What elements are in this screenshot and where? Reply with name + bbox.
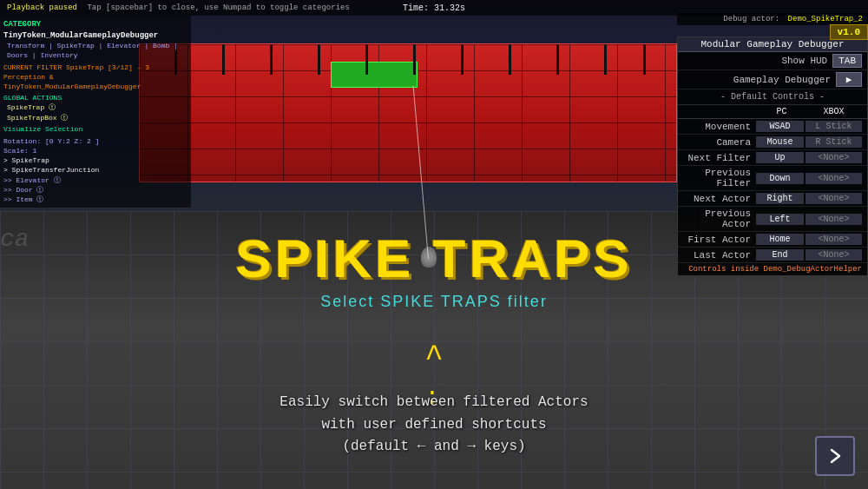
gameplay-debugger-row: Gameplay Debugger ▶ bbox=[678, 70, 867, 89]
control-row: MovementWSADL Stick bbox=[678, 119, 867, 135]
col-pc-header: PC bbox=[758, 107, 806, 116]
global-action-1: SpikeTrap ⓣ bbox=[3, 102, 187, 112]
arrow-right-icon bbox=[825, 446, 845, 466]
show-hud-key: TAB bbox=[832, 54, 862, 68]
player-character bbox=[421, 247, 437, 268]
show-hud-row: Show HUD TAB bbox=[678, 52, 867, 70]
control-xbox-key: L Stick bbox=[806, 121, 862, 132]
control-row: Previous ActorLeft<None> bbox=[678, 207, 867, 232]
control-row: First ActorHome<None> bbox=[678, 232, 867, 248]
default-controls-title: - Default Controls - bbox=[678, 89, 867, 105]
visualize-label: Visualize Selection bbox=[3, 124, 187, 134]
control-action-label: Last Actor bbox=[683, 250, 756, 261]
debug-details: Rotation: [0 Y:2 Z: 2 ] Scale: 1 > Spike… bbox=[3, 136, 187, 204]
control-pc-key: Mouse bbox=[756, 136, 804, 148]
col-xbox-header: XBOX bbox=[806, 107, 862, 116]
control-action-label: Camera bbox=[683, 137, 756, 148]
spike-bar bbox=[643, 44, 646, 75]
controls-list: MovementWSADL StickCameraMouseR StickNex… bbox=[678, 119, 867, 263]
control-action-label: Previous Actor bbox=[683, 208, 756, 229]
control-row: Next FilterUp<None> bbox=[678, 150, 867, 166]
version-badge: v1.0 bbox=[830, 24, 868, 40]
select-filter-text: Select SPIKE TRAPS filter bbox=[0, 293, 868, 311]
control-pc-key: Home bbox=[756, 234, 804, 245]
control-pc-key: Up bbox=[756, 152, 804, 163]
gameplay-debugger-label: Gameplay Debugger bbox=[683, 75, 836, 85]
spike-bar bbox=[604, 44, 607, 75]
global-actions-label: GLOBAL ACTIONS bbox=[3, 93, 187, 102]
spike-bar bbox=[509, 44, 511, 75]
spike-bar bbox=[556, 44, 559, 75]
spike-bar bbox=[222, 44, 225, 75]
spike-bar bbox=[318, 44, 320, 75]
spike-bar bbox=[365, 44, 368, 75]
bottom-info-line-3: (default ← and → keys) bbox=[0, 436, 868, 459]
arrow-up-icon: ^ bbox=[0, 340, 868, 376]
control-xbox-key: R Stick bbox=[806, 136, 862, 148]
spike-bar bbox=[461, 44, 464, 75]
control-row: Previous FilterDown<None> bbox=[678, 166, 867, 191]
control-action-label: Next Actor bbox=[683, 194, 756, 204]
control-row: CameraMouseR Stick bbox=[678, 135, 867, 150]
bottom-info: Easily switch between filtered Actors wi… bbox=[0, 392, 868, 459]
next-button[interactable] bbox=[815, 436, 855, 476]
control-xbox-key: <None> bbox=[806, 152, 862, 163]
control-row: Last ActorEnd<None> bbox=[678, 248, 867, 263]
control-pc-key: Right bbox=[756, 193, 804, 204]
spike-bars bbox=[140, 44, 676, 79]
column-headers: PC XBOX bbox=[678, 105, 867, 119]
control-xbox-key: <None> bbox=[806, 249, 862, 261]
control-xbox-key: <None> bbox=[806, 173, 862, 184]
right-hud-panel: Modular Gameplay Debugger Show HUD TAB G… bbox=[677, 36, 868, 276]
bottom-info-line-1: Easily switch between filtered Actors bbox=[0, 392, 868, 414]
global-action-2: SpikeTrapBox ⓣ bbox=[3, 113, 187, 122]
control-pc-key: Left bbox=[756, 214, 804, 225]
current-filter: CURRENT FILTER SpikeTrap [3/12] - 3 Perc… bbox=[3, 63, 187, 92]
show-hud-label: Show HUD bbox=[683, 56, 832, 66]
control-xbox-key: <None> bbox=[806, 193, 862, 204]
control-pc-key: End bbox=[756, 249, 804, 261]
debug-actor-label: Debug actor: Demo_SpikeTrap_2 bbox=[677, 13, 868, 25]
gameplay-debugger-key: ▶ bbox=[836, 72, 862, 87]
control-action-label: Movement bbox=[683, 122, 756, 132]
debug-actor-name: Demo_SpikeTrap_2 bbox=[788, 15, 863, 23]
control-row: Next ActorRight<None> bbox=[678, 191, 867, 207]
bottom-info-line-2: with user defined shortcuts bbox=[0, 414, 868, 437]
timer-display: Time: 31.32s bbox=[403, 3, 465, 13]
spike-bar bbox=[270, 44, 273, 75]
control-action-label: First Actor bbox=[683, 235, 756, 245]
left-debug-panel: CATEGORY TinyToken_ModularGameplayDebugg… bbox=[0, 16, 191, 208]
spike-bar bbox=[413, 44, 416, 75]
category-items: Transform | SpikeTrap | Elevator | Bomb … bbox=[3, 41, 187, 60]
spike-platform bbox=[139, 26, 677, 200]
category-label: CATEGORY TinyToken_ModularGameplayDebugg… bbox=[3, 19, 187, 41]
control-action-label: Next Filter bbox=[683, 153, 756, 163]
control-action-label: Previous Filter bbox=[683, 168, 756, 188]
playback-hint: Tap [spacebar] to close, use Numpad to t… bbox=[87, 3, 349, 12]
platform-red bbox=[139, 43, 677, 182]
control-pc-key: Down bbox=[756, 173, 804, 184]
control-pc-key: WSAD bbox=[756, 121, 804, 132]
controls-inside: Controls inside Demo_DebugActorHelper bbox=[678, 263, 867, 275]
control-xbox-key: <None> bbox=[806, 234, 862, 245]
control-xbox-key: <None> bbox=[806, 214, 862, 225]
